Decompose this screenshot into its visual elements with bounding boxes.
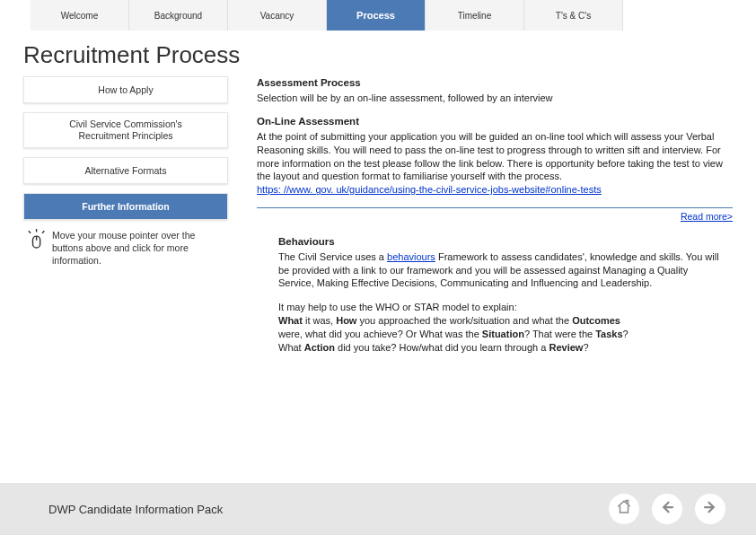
sidebar-item-further-info[interactable]: Further Information xyxy=(23,193,228,220)
footer-title: DWP Candidate Information Pack xyxy=(48,503,223,516)
online-heading: On-Line Assessment xyxy=(257,115,733,129)
home-button[interactable] xyxy=(609,494,639,524)
assessment-text: Selection will be by an on-line assessme… xyxy=(257,92,733,105)
prev-button[interactable] xyxy=(652,494,682,524)
behaviours-section: Behaviours The Civil Service uses a beha… xyxy=(257,235,733,290)
sidebar-item-alt-formats[interactable]: Alternative Formats xyxy=(23,157,228,184)
online-section: On-Line Assessment At the point of submi… xyxy=(257,115,733,197)
next-button[interactable] xyxy=(695,494,725,524)
online-tests-link[interactable]: https: //www. gov. uk/guidance/using-the… xyxy=(257,184,602,195)
arrow-left-icon xyxy=(659,499,675,519)
sidebar-hint-text: Move your mouse pointer over the buttons… xyxy=(48,229,228,268)
model-section: It may help to use the WHO or STAR model… xyxy=(257,301,733,354)
sidebar-hint: Move your mouse pointer over the buttons… xyxy=(23,229,228,268)
nav-tab-background[interactable]: Background xyxy=(129,0,228,31)
nav-tab-process[interactable]: Process xyxy=(327,0,426,31)
assessment-section: Assessment Process Selection will be by … xyxy=(257,76,733,104)
arrow-right-icon xyxy=(702,499,718,519)
online-text: At the point of submitting your applicat… xyxy=(257,130,733,183)
nav-tab-timeline[interactable]: Timeline xyxy=(426,0,524,31)
content: Assessment Process Selection will be by … xyxy=(228,76,733,365)
sidebar: How to Apply Civil Service Commission's … xyxy=(23,76,228,365)
read-more-link[interactable]: Read more> xyxy=(681,211,733,222)
sidebar-item-label: Further Information xyxy=(82,201,169,213)
sidebar-item-label: Alternative Formats xyxy=(84,165,166,177)
behaviours-link[interactable]: behaviours xyxy=(387,251,435,262)
top-nav: Welcome Background Vacancy Process Timel… xyxy=(31,0,756,31)
divider xyxy=(257,207,733,208)
mouse-pointer-icon xyxy=(23,229,48,268)
sidebar-item-label: How to Apply xyxy=(98,84,153,96)
page-title: Recruitment Process xyxy=(23,41,756,69)
nav-tab-welcome[interactable]: Welcome xyxy=(31,0,129,31)
assessment-heading: Assessment Process xyxy=(257,76,733,91)
home-icon xyxy=(616,499,632,519)
footer: DWP Candidate Information Pack xyxy=(0,483,756,535)
sidebar-item-csc-principles[interactable]: Civil Service Commission's Recruitment P… xyxy=(23,112,228,148)
footer-icons xyxy=(609,494,725,524)
behaviours-heading: Behaviours xyxy=(278,235,724,250)
nav-tab-tscs[interactable]: T's & C's xyxy=(524,0,623,31)
sidebar-item-label: Recruitment Principles xyxy=(78,130,172,142)
sidebar-item-how-to-apply[interactable]: How to Apply xyxy=(23,76,228,103)
nav-tab-vacancy[interactable]: Vacancy xyxy=(228,0,327,31)
behaviours-text: The Civil Service uses a behaviours Fram… xyxy=(278,250,724,291)
sidebar-item-label: Civil Service Commission's xyxy=(69,118,182,130)
